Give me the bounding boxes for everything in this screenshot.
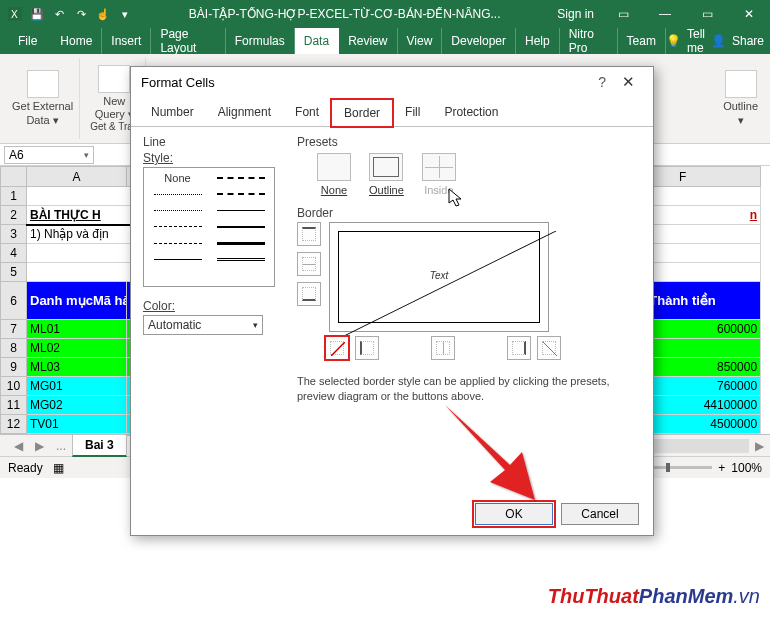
color-dropdown[interactable]: Automatic ▾ [143, 315, 263, 335]
preset-outline[interactable]: Outline [369, 153, 404, 196]
col-head-a[interactable]: A [27, 167, 127, 187]
style-option[interactable] [209, 203, 272, 219]
row-head[interactable]: 11 [1, 396, 27, 415]
tab-insert[interactable]: Insert [102, 28, 151, 54]
border-mid-v-button[interactable] [431, 336, 455, 360]
style-option[interactable] [209, 235, 272, 251]
save-icon[interactable]: 💾 [28, 5, 46, 23]
preset-none[interactable]: None [317, 153, 351, 196]
row-head[interactable]: 7 [1, 320, 27, 339]
ok-button[interactable]: OK [475, 503, 553, 525]
sheet-nav-prev-icon[interactable]: ◀ [8, 439, 29, 453]
row-head[interactable]: 4 [1, 244, 27, 263]
tell-me[interactable]: Tell me [687, 27, 705, 55]
close-button[interactable]: ✕ [728, 0, 770, 28]
tab-help[interactable]: Help [516, 28, 560, 54]
cell[interactable]: ML03 [27, 358, 127, 377]
undo-icon[interactable]: ↶ [50, 5, 68, 23]
cell[interactable]: TV01 [27, 415, 127, 434]
style-option[interactable] [209, 186, 272, 202]
sheet-tab-bai3[interactable]: Bai 3 [72, 434, 127, 457]
border-bottom-button[interactable] [297, 282, 321, 306]
row-head[interactable]: 2 [1, 206, 27, 225]
row-head[interactable]: 10 [1, 377, 27, 396]
ribbon-display-icon[interactable]: ▭ [602, 0, 644, 28]
group-get-external-data[interactable]: Get External Data ▾ [6, 58, 80, 139]
name-box[interactable]: A6 ▾ [4, 146, 94, 164]
close-icon[interactable]: ✕ [614, 73, 643, 91]
cell[interactable]: MG02 [27, 396, 127, 415]
row-head[interactable]: 6 [1, 282, 27, 320]
outline-icon [725, 70, 757, 98]
cancel-button[interactable]: Cancel [561, 503, 639, 525]
style-option[interactable] [209, 170, 272, 186]
row-head[interactable]: 5 [1, 263, 27, 282]
row-head[interactable]: 8 [1, 339, 27, 358]
format-cells-dialog: Format Cells ? ✕ Number Alignment Font B… [130, 66, 654, 536]
chevron-down-icon: ▾ [253, 320, 258, 330]
border-right-button[interactable] [507, 336, 531, 360]
style-option[interactable] [146, 235, 209, 251]
style-option[interactable] [146, 251, 209, 267]
dlg-tab-number[interactable]: Number [139, 99, 206, 126]
tab-data[interactable]: Data [295, 28, 339, 54]
style-option[interactable] [146, 203, 209, 219]
border-preview[interactable]: Text [329, 222, 549, 332]
sheet-nav-next-icon[interactable]: ▶ [29, 439, 50, 453]
tab-view[interactable]: View [398, 28, 443, 54]
chevron-down-icon[interactable]: ▾ [84, 150, 89, 160]
border-diag-up-button[interactable] [325, 336, 349, 360]
border-diag-down-button[interactable] [537, 336, 561, 360]
row-head[interactable]: 3 [1, 225, 27, 244]
style-option[interactable] [146, 219, 209, 235]
sheet-nav-ellipsis[interactable]: ... [50, 439, 72, 453]
touch-icon[interactable]: ☝ [94, 5, 112, 23]
share-button[interactable]: Share [732, 34, 764, 48]
style-option[interactable] [146, 186, 209, 202]
group-outline[interactable]: Outline ▾ [717, 58, 764, 139]
border-top-button[interactable] [297, 222, 321, 246]
border-left-button[interactable] [355, 336, 379, 360]
macro-record-icon[interactable]: ▦ [53, 461, 64, 475]
dlg-tab-alignment[interactable]: Alignment [206, 99, 283, 126]
hscroll-right-icon[interactable]: ▶ [749, 439, 770, 453]
zoom-in-icon[interactable]: + [718, 461, 725, 475]
cell[interactable]: ML01 [27, 320, 127, 339]
dlg-tab-protection[interactable]: Protection [432, 99, 510, 126]
tab-review[interactable]: Review [339, 28, 397, 54]
row-head[interactable]: 12 [1, 415, 27, 434]
style-option[interactable] [209, 219, 272, 235]
tab-team[interactable]: Team [618, 28, 666, 54]
border-mid-h-button[interactable] [297, 252, 321, 276]
svg-line-2 [338, 231, 556, 339]
qat-dropdown-icon[interactable]: ▾ [116, 5, 134, 23]
dlg-tab-border[interactable]: Border [331, 99, 393, 127]
minimize-button[interactable]: — [644, 0, 686, 28]
cell[interactable]: n [750, 208, 757, 222]
style-option[interactable] [209, 251, 272, 267]
row-head[interactable]: 9 [1, 358, 27, 377]
tab-developer[interactable]: Developer [442, 28, 516, 54]
tab-file[interactable]: File [4, 28, 51, 54]
help-icon[interactable]: ? [590, 74, 614, 90]
line-style-list[interactable]: None [143, 167, 275, 287]
dialog-title-bar[interactable]: Format Cells ? ✕ [131, 67, 653, 97]
cell[interactable]: ML02 [27, 339, 127, 358]
redo-icon[interactable]: ↷ [72, 5, 90, 23]
tab-nitro-pro[interactable]: Nitro Pro [560, 28, 618, 54]
row-head[interactable]: 1 [1, 187, 27, 206]
tab-formulas[interactable]: Formulas [226, 28, 295, 54]
dlg-tab-fill[interactable]: Fill [393, 99, 432, 126]
table-header[interactable]: Danh mụcMã hàng [27, 282, 127, 320]
sign-in-link[interactable]: Sign in [549, 7, 602, 21]
style-none[interactable]: None [146, 170, 209, 186]
tab-page-layout[interactable]: Page Layout [151, 28, 225, 54]
dialog-tabs: Number Alignment Font Border Fill Protec… [131, 99, 653, 127]
cell[interactable]: MG01 [27, 377, 127, 396]
maximize-button[interactable]: ▭ [686, 0, 728, 28]
select-all[interactable] [1, 167, 27, 187]
zoom-value[interactable]: 100% [731, 461, 762, 475]
line-section-label: Line [143, 135, 283, 149]
tab-home[interactable]: Home [51, 28, 102, 54]
dlg-tab-font[interactable]: Font [283, 99, 331, 126]
